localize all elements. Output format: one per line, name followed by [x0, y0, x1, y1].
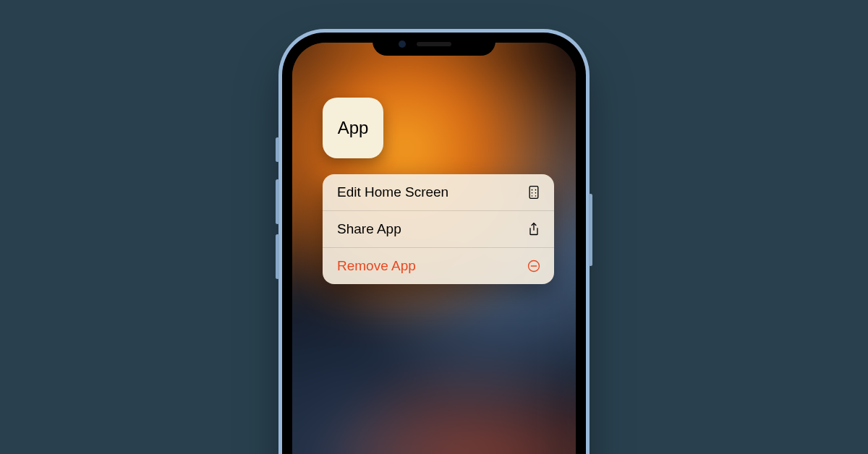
volume-down-button[interactable] — [276, 234, 279, 279]
apps-grid-icon — [527, 184, 541, 200]
menu-item-label: Remove App — [337, 258, 416, 274]
svg-point-6 — [535, 195, 537, 197]
app-icon[interactable]: App — [323, 98, 383, 158]
volume-up-button[interactable] — [276, 179, 279, 224]
power-button[interactable] — [589, 194, 592, 266]
svg-point-3 — [532, 192, 533, 194]
earpiece-speaker — [417, 42, 451, 46]
menu-item-remove-app[interactable]: Remove App — [323, 247, 554, 284]
menu-item-label: Edit Home Screen — [337, 184, 448, 200]
svg-point-5 — [532, 195, 533, 197]
svg-point-2 — [535, 189, 537, 191]
menu-item-label: Share App — [337, 221, 401, 237]
phone-frame: App Edit Home Screen Sh — [278, 29, 590, 454]
svg-point-1 — [532, 189, 533, 191]
minus-circle-icon — [527, 258, 541, 274]
share-icon — [527, 221, 541, 237]
front-camera — [399, 40, 406, 48]
notch — [373, 33, 495, 56]
svg-rect-0 — [529, 187, 538, 199]
app-icon-label: App — [338, 118, 369, 138]
context-menu: Edit Home Screen Share App — [323, 174, 554, 284]
menu-item-edit-home-screen[interactable]: Edit Home Screen — [323, 174, 554, 210]
mute-switch[interactable] — [276, 137, 279, 162]
menu-item-share-app[interactable]: Share App — [323, 210, 554, 247]
phone-bezel: App Edit Home Screen Sh — [282, 33, 586, 454]
home-screen[interactable]: App Edit Home Screen Sh — [292, 43, 576, 454]
svg-point-4 — [535, 192, 537, 194]
